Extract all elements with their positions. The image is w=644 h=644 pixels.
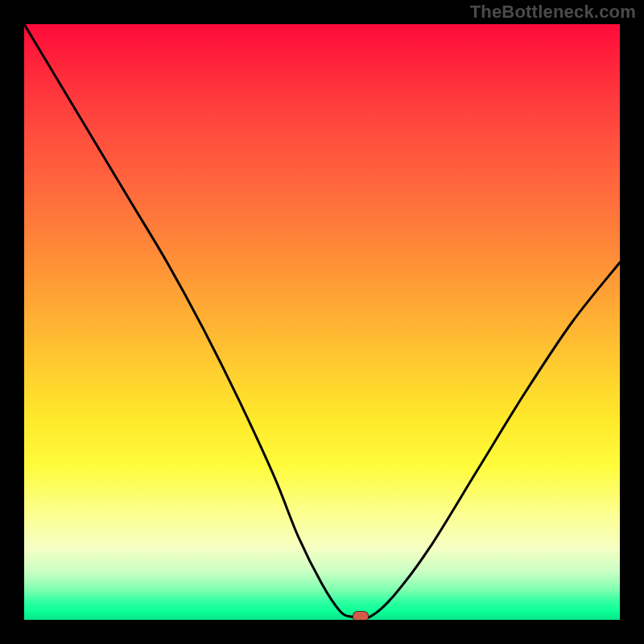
chart-frame: TheBottleneck.com [0,0,644,644]
bottleneck-curve [24,24,620,620]
optimal-marker [353,611,369,620]
watermark-text: TheBottleneck.com [470,2,636,23]
plot-area [24,24,620,620]
curve-path [24,24,620,619]
